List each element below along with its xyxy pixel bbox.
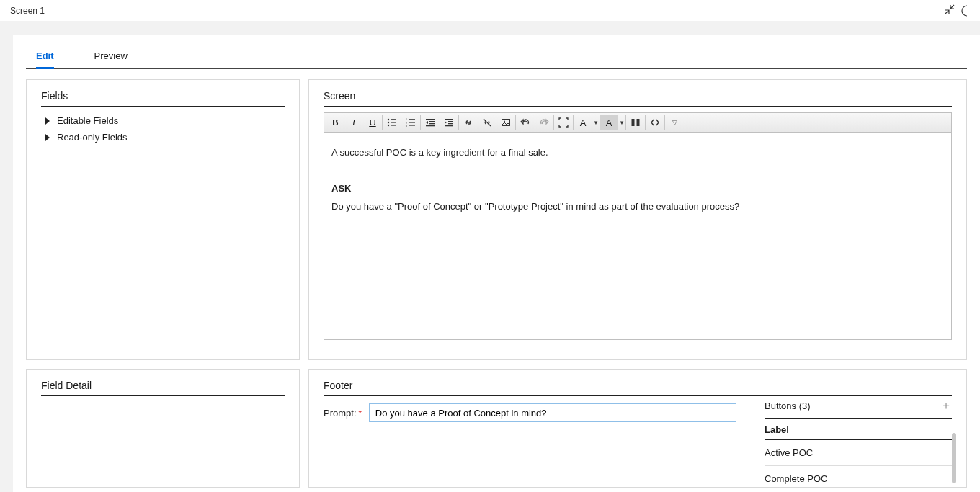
svg-point-21 <box>504 121 505 122</box>
rte-toolbar: B I U 123 <box>324 113 951 133</box>
tree-item-label: Editable Fields <box>57 115 118 126</box>
field-detail-title: Field Detail <box>41 380 285 396</box>
chevron-right-icon <box>45 134 50 141</box>
unlink-button[interactable] <box>478 115 496 130</box>
outdent-button[interactable] <box>421 115 440 130</box>
chevron-right-icon <box>45 117 50 125</box>
rich-text-editor: B I U 123 <box>324 112 952 340</box>
svg-point-4 <box>388 125 389 126</box>
screen-panel-title: Screen <box>324 90 952 107</box>
tab-preview[interactable]: Preview <box>94 50 128 68</box>
bg-color-button[interactable]: A <box>600 115 618 130</box>
bold-button[interactable]: B <box>326 115 344 130</box>
page: Edit Preview Fields Editable Fields Read… <box>13 35 980 492</box>
text-color-dropdown[interactable]: ▼ <box>592 115 600 130</box>
svg-rect-19 <box>445 125 453 126</box>
buttons-header: Buttons (3) <box>765 401 811 411</box>
svg-rect-1 <box>391 119 396 120</box>
svg-rect-23 <box>637 119 640 126</box>
required-star-icon: * <box>359 409 362 418</box>
rte-ask-text: Do you have a "Proof of Concept" or "Pro… <box>331 200 944 214</box>
tree-item-label: Read-only Fields <box>57 132 128 143</box>
overflow-circle-icon[interactable] <box>961 5 973 17</box>
tab-edit[interactable]: Edit <box>36 50 54 69</box>
svg-rect-13 <box>429 121 435 122</box>
image-button[interactable] <box>496 115 515 130</box>
svg-rect-22 <box>632 119 635 126</box>
buttons-label-header: Label <box>765 419 952 440</box>
scrollbar[interactable] <box>952 433 956 483</box>
button-row[interactable]: Active POC <box>765 440 952 466</box>
prompt-label: Prompt:* <box>324 408 362 419</box>
svg-rect-12 <box>426 119 435 120</box>
buttons-section: Buttons (3) ＋ Label Active POC Complete … <box>765 398 952 491</box>
indent-button[interactable] <box>440 115 458 130</box>
svg-point-2 <box>388 122 389 123</box>
svg-rect-3 <box>391 122 396 122</box>
footer-panel-title: Footer <box>324 380 952 396</box>
find-replace-button[interactable] <box>626 115 645 130</box>
svg-rect-16 <box>445 119 453 120</box>
svg-rect-5 <box>391 125 396 125</box>
tree-editable-fields[interactable]: Editable Fields <box>41 112 285 129</box>
collapse-icon[interactable] <box>944 4 956 17</box>
screen-title: Screen 1 <box>10 6 45 16</box>
fields-panel-title: Fields <box>41 90 285 107</box>
svg-rect-17 <box>448 121 453 122</box>
rte-line: A successful POC is a key ingredient for… <box>331 146 944 160</box>
undo-button[interactable] <box>516 115 535 130</box>
tree-readonly-fields[interactable]: Read-only Fields <box>41 129 285 146</box>
footer-panel: Footer Prompt:* Buttons (3) ＋ Label Acti… <box>308 369 967 488</box>
fullscreen-button[interactable] <box>554 115 573 130</box>
svg-rect-20 <box>502 120 510 126</box>
more-button[interactable]: ▽ <box>665 115 684 130</box>
bg-color-dropdown[interactable]: ▼ <box>618 115 625 130</box>
svg-text:3: 3 <box>406 124 407 128</box>
add-button-icon[interactable]: ＋ <box>940 398 952 413</box>
rte-ask-label: ASK <box>331 182 944 196</box>
rte-body[interactable]: A successful POC is a key ingredient for… <box>324 133 951 339</box>
redo-button[interactable] <box>535 115 553 130</box>
prompt-input[interactable] <box>369 403 736 422</box>
svg-rect-11 <box>409 125 415 125</box>
svg-rect-9 <box>409 122 415 122</box>
field-detail-panel: Field Detail <box>26 369 300 488</box>
italic-button[interactable]: I <box>344 115 363 130</box>
svg-point-0 <box>388 119 389 120</box>
text-color-button[interactable]: A <box>574 115 592 130</box>
topbar: Screen 1 <box>0 0 980 22</box>
screen-panel: Screen B I U 123 <box>308 79 967 360</box>
link-button[interactable] <box>459 115 478 130</box>
svg-rect-7 <box>409 119 415 120</box>
bullet-list-button[interactable] <box>383 115 401 130</box>
button-row[interactable]: Complete POC <box>765 466 952 491</box>
fields-panel: Fields Editable Fields Read-only Fields <box>26 79 300 360</box>
numbered-list-button[interactable]: 123 <box>401 115 420 130</box>
svg-rect-15 <box>426 125 435 126</box>
source-button[interactable] <box>646 115 664 130</box>
svg-rect-18 <box>448 123 453 124</box>
svg-rect-14 <box>429 123 435 124</box>
underline-button[interactable]: U <box>363 115 382 130</box>
tabs: Edit Preview <box>26 35 967 69</box>
